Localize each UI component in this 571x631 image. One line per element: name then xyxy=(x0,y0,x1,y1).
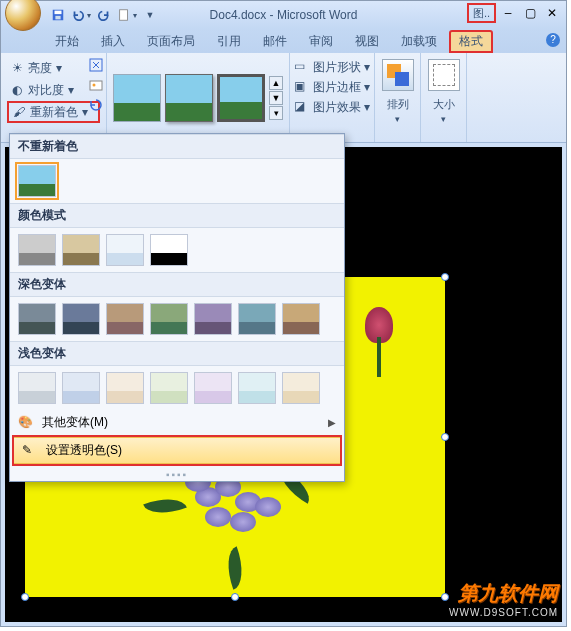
recolor-option-blackwhite[interactable] xyxy=(150,234,188,266)
tab-review[interactable]: 审阅 xyxy=(299,30,343,53)
gallery-more-button[interactable]: ▾ xyxy=(269,106,283,120)
picture-effects-label: 图片效果 xyxy=(313,99,361,116)
brightness-button[interactable]: ☀ 亮度 ▾ xyxy=(7,57,100,79)
tab-insert[interactable]: 插入 xyxy=(91,30,135,53)
recolor-dark-4[interactable] xyxy=(150,303,188,335)
group-adjust: ☀ 亮度 ▾ ◐ 对比度 ▾ 🖌 重新着色 ▾ xyxy=(1,53,107,142)
picture-shape-button[interactable]: ▭ 图片形状 ▾ xyxy=(294,57,370,77)
recolor-option-grayscale[interactable] xyxy=(18,234,56,266)
picture-style-2[interactable] xyxy=(165,74,213,122)
arrange-icon[interactable] xyxy=(382,59,414,91)
reset-picture-button[interactable] xyxy=(88,97,104,113)
tab-mailings[interactable]: 邮件 xyxy=(253,30,297,53)
recolor-dark-6[interactable] xyxy=(238,303,276,335)
gallery-up-button[interactable]: ▲ xyxy=(269,76,283,90)
undo-button[interactable] xyxy=(70,4,92,26)
picture-style-1[interactable] xyxy=(113,74,161,122)
close-button[interactable]: ✕ xyxy=(542,5,562,21)
dropdown-caret-icon: ▾ xyxy=(441,114,446,124)
eyedropper-icon: ✎ xyxy=(22,443,38,459)
tab-addins[interactable]: 加载项 xyxy=(391,30,447,53)
recolor-button[interactable]: 🖌 重新着色 ▾ xyxy=(7,101,100,123)
submenu-arrow-icon: ▶ xyxy=(328,417,336,428)
recolor-option-washout[interactable] xyxy=(106,234,144,266)
contrast-button[interactable]: ◐ 对比度 ▾ xyxy=(7,79,100,101)
office-button[interactable] xyxy=(5,0,41,31)
recolor-light-2[interactable] xyxy=(62,372,100,404)
picture-border-label: 图片边框 xyxy=(313,79,361,96)
svg-rect-1 xyxy=(55,11,62,15)
palette-icon: 🎨 xyxy=(18,415,34,431)
picture-border-button[interactable]: ▣ 图片边框 ▾ xyxy=(294,77,370,97)
resize-handle[interactable] xyxy=(21,593,29,601)
dropdown-caret-icon: ▾ xyxy=(67,83,75,97)
recolor-dark-5[interactable] xyxy=(194,303,232,335)
recolor-light-6[interactable] xyxy=(238,372,276,404)
tab-home[interactable]: 开始 xyxy=(45,30,89,53)
watermark-title: 第九软件网 xyxy=(449,580,558,607)
save-button[interactable] xyxy=(47,4,69,26)
resize-handle[interactable] xyxy=(441,433,449,441)
dropdown-caret-icon: ▾ xyxy=(364,80,370,94)
contrast-icon: ◐ xyxy=(9,82,25,98)
picture-effects-icon: ◪ xyxy=(294,99,310,115)
app-window: ▼ Doc4.docx - Microsoft Word 图.. – ▢ ✕ 开… xyxy=(0,0,567,627)
recolor-dark-1[interactable] xyxy=(18,303,56,335)
tab-references[interactable]: 引用 xyxy=(207,30,251,53)
resize-handle[interactable] xyxy=(441,273,449,281)
recolor-label: 重新着色 xyxy=(30,104,78,121)
resize-handle[interactable] xyxy=(231,593,239,601)
contrast-label: 对比度 xyxy=(28,82,64,99)
gallery-down-button[interactable]: ▼ xyxy=(269,91,283,105)
tab-format[interactable]: 格式 xyxy=(449,30,493,53)
svg-rect-5 xyxy=(90,81,102,90)
resize-handle[interactable] xyxy=(441,593,449,601)
dropdown-caret-icon: ▾ xyxy=(364,100,370,114)
style-gallery-scroll: ▲ ▼ ▾ xyxy=(269,76,283,120)
change-picture-button[interactable] xyxy=(88,77,104,93)
watermark: 第九软件网 WWW.D9SOFT.COM xyxy=(449,580,558,618)
picture-shape-label: 图片形状 xyxy=(313,59,361,76)
ribbon: ☀ 亮度 ▾ ◐ 对比度 ▾ 🖌 重新着色 ▾ xyxy=(1,53,566,143)
maximize-button[interactable]: ▢ xyxy=(520,5,540,21)
group-size: 大小 ▾ xyxy=(421,53,467,142)
tab-page-layout[interactable]: 页面布局 xyxy=(137,30,205,53)
section-light-variants: 浅色变体 xyxy=(10,341,344,366)
more-variants-menu-item[interactable]: 🎨 其他变体(M) ▶ xyxy=(10,410,344,435)
watermark-url: WWW.D9SOFT.COM xyxy=(449,607,558,618)
set-transparent-color-menu-item[interactable]: ✎ 设置透明色(S) xyxy=(14,437,340,464)
recolor-dark-7[interactable] xyxy=(282,303,320,335)
recolor-light-3[interactable] xyxy=(106,372,144,404)
svg-rect-2 xyxy=(55,16,60,20)
title-bar: ▼ Doc4.docx - Microsoft Word 图.. – ▢ ✕ xyxy=(1,1,566,29)
arrange-label: 排列 xyxy=(387,97,409,112)
ribbon-tabs: 开始 插入 页面布局 引用 邮件 审阅 视图 加载项 格式 ? xyxy=(1,29,566,53)
recolor-dropdown: 不重新着色 颜色模式 深色变体 浅色变体 xyxy=(9,133,345,482)
dropdown-caret-icon: ▾ xyxy=(364,60,370,74)
size-icon[interactable] xyxy=(428,59,460,91)
recolor-light-4[interactable] xyxy=(150,372,188,404)
recolor-dark-3[interactable] xyxy=(106,303,144,335)
qat-customize[interactable]: ▼ xyxy=(139,4,161,26)
recolor-light-5[interactable] xyxy=(194,372,232,404)
picture-tools-tab-label[interactable]: 图.. xyxy=(467,3,496,23)
section-dark-variants: 深色变体 xyxy=(10,272,344,297)
new-doc-button[interactable] xyxy=(116,4,138,26)
picture-shape-icon: ▭ xyxy=(294,59,310,75)
picture-style-3[interactable] xyxy=(217,74,265,122)
help-icon[interactable]: ? xyxy=(546,33,560,47)
picture-effects-button[interactable]: ◪ 图片效果 ▾ xyxy=(294,97,370,117)
group-picture-styles: ▲ ▼ ▾ xyxy=(107,53,290,142)
tab-view[interactable]: 视图 xyxy=(345,30,389,53)
recolor-light-1[interactable] xyxy=(18,372,56,404)
compress-pictures-button[interactable] xyxy=(88,57,104,73)
recolor-option-sepia[interactable] xyxy=(62,234,100,266)
recolor-option-none[interactable] xyxy=(18,165,56,197)
quick-access-toolbar: ▼ xyxy=(47,4,161,26)
recolor-dark-2[interactable] xyxy=(62,303,100,335)
more-variants-label: 其他变体(M) xyxy=(42,414,108,431)
panel-grip[interactable]: ▪▪▪▪ xyxy=(10,468,344,481)
minimize-button[interactable]: – xyxy=(498,5,518,21)
recolor-light-7[interactable] xyxy=(282,372,320,404)
redo-button[interactable] xyxy=(93,4,115,26)
